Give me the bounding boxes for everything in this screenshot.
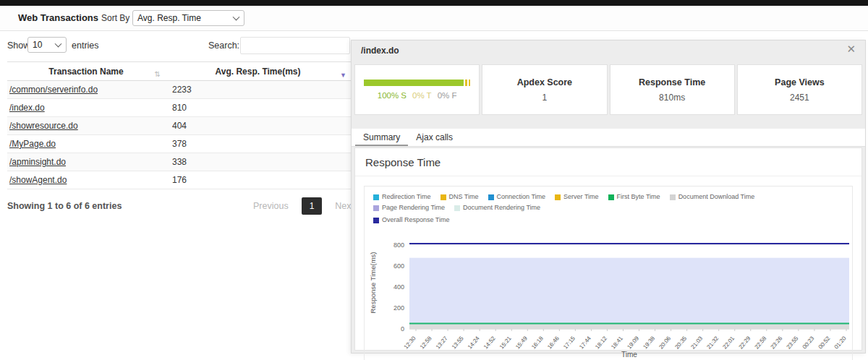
svg-text:23:26: 23:26 xyxy=(770,335,784,351)
show-label: Show xyxy=(7,40,30,51)
show-entries-select-wrap: 10 xyxy=(27,37,67,53)
apdex-bar-card: 100% S0% T0% F xyxy=(354,64,480,115)
y-axis-label: Response Time(ms) xyxy=(369,252,377,314)
page-views-card: Page Views 2451 xyxy=(737,64,862,115)
legend-label: First Byte Time xyxy=(617,192,660,202)
column-header-transaction-name[interactable]: Transaction Name ⇅ xyxy=(7,67,165,77)
apdex-bar-segment xyxy=(469,80,470,86)
legend-label: Page Rendering Time xyxy=(382,203,445,213)
legend-item[interactable]: Overall Response Time xyxy=(373,215,450,225)
apdex-caption-part: 0% T xyxy=(412,91,432,100)
svg-text:12:58: 12:58 xyxy=(419,335,433,351)
sort-by-select[interactable]: Avg. Resp. Time xyxy=(132,10,244,26)
legend-label: Overall Response Time xyxy=(382,215,450,225)
sort-by-select-wrap: Avg. Resp. Time xyxy=(132,10,244,26)
transaction-name-cell: /apminsight.do xyxy=(7,157,165,167)
sort-both-icon[interactable]: ⇅ xyxy=(155,70,161,78)
avg-resp-time-cell: 338 xyxy=(165,157,351,167)
legend-label: Document Download Time xyxy=(678,192,755,202)
tab-ajax-calls[interactable]: Ajax calls xyxy=(408,129,461,146)
stat-label: Apdex Score xyxy=(517,77,572,87)
table-row: /MyPage.do378 xyxy=(7,135,351,153)
legend-item[interactable]: Document Download Time xyxy=(670,192,755,202)
transaction-link[interactable]: /index.do xyxy=(9,103,45,113)
response-time-card: Response Time 810ms xyxy=(610,64,735,115)
transaction-link[interactable]: /apminsight.do xyxy=(9,157,66,167)
legend-item[interactable]: First Byte Time xyxy=(608,192,660,202)
svg-text:15:21: 15:21 xyxy=(498,335,513,351)
tab-summary[interactable]: Summary xyxy=(355,129,408,146)
transaction-name-cell: /showresource.do xyxy=(7,121,165,131)
svg-text:18:12: 18:12 xyxy=(594,335,608,351)
stat-value: 1 xyxy=(542,93,548,103)
stats-row: 100% S0% T0% F Apdex Score 1 Response Ti… xyxy=(354,64,862,115)
x-axis-label: Time xyxy=(621,351,637,359)
svg-text:18:41: 18:41 xyxy=(610,335,624,351)
legend-swatch-icon xyxy=(441,194,446,200)
legend-swatch-icon xyxy=(373,194,379,200)
column-header-avg-resp-time[interactable]: Avg. Resp. Time(ms) ▼ xyxy=(165,67,351,77)
showing-entries-info: Showing 1 to 6 of 6 entries xyxy=(7,201,122,211)
legend-swatch-icon xyxy=(670,194,676,200)
svg-text:01:20: 01:20 xyxy=(833,335,848,351)
svg-text:19:09: 19:09 xyxy=(626,335,640,351)
table-header-row: Transaction Name ⇅ Avg. Resp. Time(ms) ▼ xyxy=(7,62,351,81)
svg-text:23:55: 23:55 xyxy=(786,335,800,351)
svg-text:800: 800 xyxy=(393,241,404,249)
legend-item[interactable]: Connection Time xyxy=(488,192,546,202)
transaction-link[interactable]: /showAgent.do xyxy=(9,175,67,185)
show-entries-select[interactable]: 10 xyxy=(27,37,67,53)
transaction-name-cell: /MyPage.do xyxy=(7,139,165,149)
response-time-chart: 020040060080012:3012:5813:2713:5514:2414… xyxy=(367,226,854,360)
legend-item[interactable]: Redirection Time xyxy=(373,192,431,202)
chart-legend: Redirection TimeDNS TimeConnection TimeS… xyxy=(367,191,849,226)
legend-swatch-icon xyxy=(373,205,379,211)
avg-resp-time-cell: 378 xyxy=(165,139,351,149)
sort-desc-icon[interactable]: ▼ xyxy=(340,72,346,79)
detail-tabs: Summary Ajax calls xyxy=(352,129,865,147)
table-body: /common/serverinfo.do2233/index.do810/sh… xyxy=(7,81,351,189)
svg-text:200: 200 xyxy=(393,304,404,312)
legend-item[interactable]: Page Rendering Time xyxy=(373,203,445,213)
legend-swatch-icon xyxy=(555,194,561,200)
legend-item[interactable]: DNS Time xyxy=(441,192,479,202)
svg-text:00:52: 00:52 xyxy=(817,335,832,351)
legend-item[interactable]: Server Time xyxy=(555,192,599,202)
search-input[interactable] xyxy=(240,37,350,54)
previous-page-button[interactable]: Previous xyxy=(249,197,293,215)
transaction-link[interactable]: /showresource.do xyxy=(9,121,78,131)
svg-text:0: 0 xyxy=(401,325,404,333)
svg-text:22:58: 22:58 xyxy=(754,335,768,351)
stat-label: Response Time xyxy=(639,77,705,87)
apdex-bar xyxy=(364,80,470,86)
legend-label: Server Time xyxy=(563,192,599,202)
response-time-chart-card: Redirection TimeDNS TimeConnection TimeS… xyxy=(364,186,853,360)
transaction-name-cell: /common/serverinfo.do xyxy=(7,85,165,95)
sort-by-label: Sort By : xyxy=(101,13,135,23)
close-icon[interactable]: ✕ xyxy=(846,43,856,55)
transaction-detail-panel: /index.do ✕ 100% S0% T0% F Apdex Score 1… xyxy=(351,40,866,353)
table-row: /common/serverinfo.do2233 xyxy=(7,81,351,99)
search-label: Search: xyxy=(208,40,239,51)
section-title: Response Time xyxy=(355,148,861,176)
svg-text:20:06: 20:06 xyxy=(658,335,672,351)
svg-text:14:52: 14:52 xyxy=(482,335,497,351)
svg-text:12:30: 12:30 xyxy=(403,335,417,351)
legend-swatch-icon xyxy=(608,194,614,200)
web-transactions-page: Web Transactions Sort By : Avg. Resp. Ti… xyxy=(0,0,868,360)
table-row: /index.do810 xyxy=(7,99,351,117)
svg-text:13:27: 13:27 xyxy=(435,335,449,351)
transaction-link[interactable]: /common/serverinfo.do xyxy=(9,85,98,95)
transaction-link[interactable]: /MyPage.do xyxy=(9,139,56,149)
svg-text:22:01: 22:01 xyxy=(722,335,736,351)
top-black-bar xyxy=(0,0,868,6)
legend-swatch-icon xyxy=(488,194,494,200)
avg-resp-time-cell: 2233 xyxy=(165,85,351,95)
legend-item[interactable]: Document Rendering Time xyxy=(454,203,540,213)
response-time-section: Response Time Redirection TimeDNS TimeCo… xyxy=(354,147,862,351)
current-page-button[interactable]: 1 xyxy=(302,197,323,215)
avg-resp-time-cell: 176 xyxy=(165,175,351,185)
transactions-table: Transaction Name ⇅ Avg. Resp. Time(ms) ▼… xyxy=(7,61,351,189)
svg-text:15:49: 15:49 xyxy=(514,335,529,351)
table-row: /showAgent.do176 xyxy=(7,171,351,189)
